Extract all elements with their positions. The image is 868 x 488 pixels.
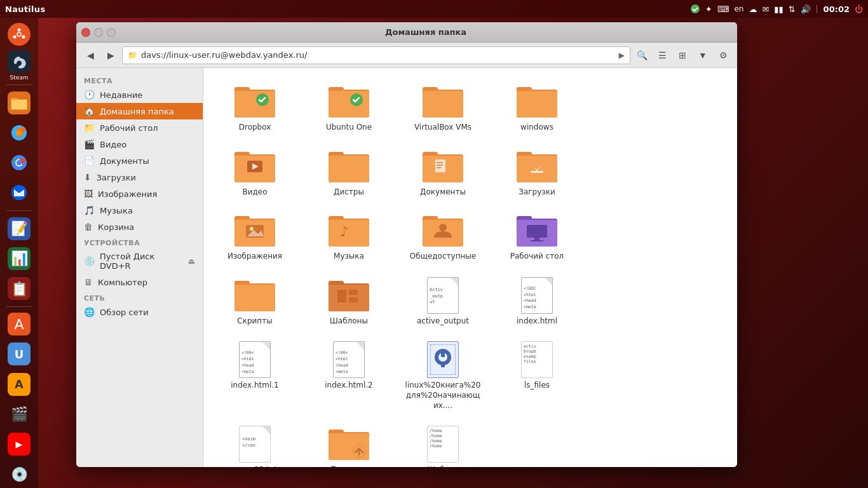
- file-label-examples: Примеры: [330, 465, 367, 467]
- desktop: Nautilus ✦ ⌨ en ☁ ✉ ▮▮ ⇅ 🔊 | 00:02 ⏻: [0, 0, 868, 488]
- view-options-button[interactable]: ▼: [694, 46, 712, 64]
- svg-rect-70: [531, 240, 543, 241]
- network-icon: 🌐: [84, 307, 95, 317]
- launcher-item-ubuntu[interactable]: [4, 20, 34, 48]
- tray-puzzle-icon[interactable]: ✦: [705, 4, 712, 14]
- list-view-button[interactable]: ☰: [653, 46, 671, 64]
- launcher-item-disk[interactable]: 💿: [4, 461, 34, 488]
- doc-icon: 📄: [84, 156, 95, 166]
- file-item-music[interactable]: ♪ Музыка: [308, 207, 390, 267]
- file-item-shablon[interactable]: /home/home/home/home Шаблон: [402, 421, 484, 467]
- launcher-item-media[interactable]: 🎬: [4, 400, 34, 428]
- tray-power-icon[interactable]: ⏻: [855, 4, 863, 14]
- sidebar-item-images[interactable]: 🖼 Изображения: [76, 186, 203, 202]
- shablon-doc-icon: /home/home/home/home: [427, 426, 459, 463]
- tray-battery-icon[interactable]: ▮▮: [774, 4, 783, 14]
- launcher-item-files[interactable]: [4, 89, 34, 116]
- file-item-windows[interactable]: windows: [496, 78, 578, 138]
- minimize-button[interactable]: [94, 28, 103, 37]
- svg-rect-78: [349, 290, 358, 295]
- file-item-virtualbox[interactable]: VirtualBox VMs: [402, 78, 484, 138]
- sidebar-music-label: Музыка: [100, 206, 133, 215]
- sidebar-item-trash[interactable]: 🗑 Корзина: [76, 219, 203, 235]
- sidebar-item-desktop[interactable]: 📁 Рабочий стол: [76, 119, 203, 136]
- tray-lang-label[interactable]: en: [734, 4, 743, 13]
- svg-rect-27: [423, 91, 463, 118]
- file-item-dropbox[interactable]: Dropbox: [214, 78, 296, 138]
- sidebar-item-downloads[interactable]: ⬇ Загрузки: [76, 169, 203, 186]
- launcher-item-youtube[interactable]: ▶: [4, 431, 34, 458]
- title-bar: Домашняя папка: [76, 22, 737, 43]
- launcher-item-impress[interactable]: 📋: [4, 274, 34, 302]
- file-item-video[interactable]: Видео: [214, 143, 296, 203]
- app-menu-label[interactable]: Nautilus: [5, 4, 45, 14]
- tray-time[interactable]: 00:02: [824, 4, 850, 14]
- file-item-public[interactable]: Общедоступные: [402, 207, 484, 267]
- tray-check-icon[interactable]: [690, 4, 700, 14]
- back-button[interactable]: ◀: [81, 46, 99, 64]
- file-item-images[interactable]: Изображения: [214, 207, 296, 267]
- file-item-desktop-folder[interactable]: Рабочий стол: [496, 207, 578, 267]
- file-item-index-html2[interactable]: <!00<<html<head<meta index.html.2: [308, 336, 390, 416]
- sidebar-item-music[interactable]: 🎵 Музыка: [76, 202, 203, 219]
- svg-rect-10: [11, 100, 27, 109]
- eject-icon[interactable]: ⏏: [188, 257, 195, 266]
- top-panel: Nautilus ✦ ⌨ en ☁ ✉ ▮▮ ⇅ 🔊 | 00:02 ⏻: [0, 0, 868, 18]
- disk-icon: 💿: [8, 463, 31, 485]
- file-item-distros[interactable]: Дистры: [308, 143, 390, 203]
- file-item-name12[interactable]: <noim</cen name12.txt: [214, 421, 296, 467]
- file-item-index-html[interactable]: <!DOC<html<head<meta index.html: [496, 272, 578, 332]
- folder-icon: 📁: [84, 123, 95, 133]
- sidebar-item-dvd[interactable]: 💿 Пустой Диск DVD+R ⏏: [76, 248, 203, 274]
- svg-rect-19: [234, 91, 275, 118]
- file-item-ubuntu-one[interactable]: Ubuntu One: [308, 78, 390, 138]
- file-label-public: Общедоступные: [410, 252, 476, 262]
- search-button[interactable]: 🔍: [633, 46, 651, 64]
- sidebar-section-devices: Устройства: [76, 235, 203, 248]
- folder-downloads-icon: [517, 148, 557, 185]
- launcher-item-software[interactable]: A: [4, 311, 34, 338]
- file-item-active-output[interactable]: Activ_output active_output: [402, 272, 484, 332]
- file-index-html1-icon: <!00<<html<head<meta: [234, 341, 275, 378]
- forward-button[interactable]: ▶: [102, 46, 119, 64]
- sidebar-item-recent[interactable]: 🕐 Недавние: [76, 86, 203, 103]
- launcher-item-steam[interactable]: Steam: [4, 50, 34, 81]
- sidebar-item-computer[interactable]: 🖥 Компьютер: [76, 274, 203, 290]
- launcher-item-ubuntu-one[interactable]: U: [4, 341, 34, 368]
- svg-rect-30: [517, 91, 557, 118]
- sidebar-item-video[interactable]: 🎬 Видео: [76, 136, 203, 152]
- tray-volume-icon[interactable]: 🔊: [801, 4, 811, 14]
- launcher-item-chromium[interactable]: [4, 149, 34, 177]
- close-button[interactable]: [81, 28, 90, 37]
- file-item-templates[interactable]: Шаблоны: [308, 272, 390, 332]
- grid-view-button[interactable]: ⊞: [674, 46, 691, 64]
- file-item-scripts[interactable]: Скрипты: [214, 272, 296, 332]
- launcher-item-writer[interactable]: 📝: [4, 215, 34, 242]
- svg-rect-73: [234, 285, 275, 311]
- tray-network-icon[interactable]: ⇅: [789, 4, 796, 14]
- launcher-item-calc[interactable]: 📊: [4, 245, 34, 272]
- file-item-linux-book[interactable]: linux%20книга%20для%20начинающих....: [402, 336, 484, 416]
- download-icon: ⬇: [84, 172, 92, 182]
- launcher-item-firefox[interactable]: [4, 119, 34, 146]
- maximize-button[interactable]: [107, 28, 116, 37]
- file-item-index-html1[interactable]: <!00<<html<head<meta index.html.1: [214, 336, 296, 416]
- toolbar: ◀ ▶ 📁 davs://linux-user.ru@webdav.yandex…: [76, 43, 737, 68]
- address-bar[interactable]: 📁 davs://linux-user.ru@webdav.yandex.ru/…: [122, 46, 630, 64]
- file-item-documents[interactable]: Документы: [402, 143, 484, 203]
- tray-keyboard-icon[interactable]: ⌨: [717, 4, 729, 14]
- file-item-downloads[interactable]: Загрузки: [496, 143, 578, 203]
- file-item-ls-files[interactable]: activDropbexampfiles ls_files: [496, 336, 578, 416]
- launcher-item-thunderbird[interactable]: [4, 179, 34, 207]
- settings-button[interactable]: ⚙: [714, 46, 732, 64]
- sidebar-item-home[interactable]: 🏠 Домашняя папка: [76, 103, 203, 119]
- ls-files-doc-icon: activDropbexampfiles: [521, 341, 553, 378]
- address-expand-icon[interactable]: ▶: [619, 51, 625, 60]
- launcher-item-amazon[interactable]: A: [4, 370, 34, 398]
- tray-cloud-icon[interactable]: ☁: [749, 4, 757, 14]
- sidebar-item-documents[interactable]: 📄 Документы: [76, 152, 203, 169]
- svg-rect-48: [517, 156, 557, 182]
- sidebar-item-network[interactable]: 🌐 Обзор сети: [76, 304, 203, 320]
- tray-mail-icon[interactable]: ✉: [762, 4, 769, 14]
- file-item-examples[interactable]: Примеры: [308, 421, 390, 467]
